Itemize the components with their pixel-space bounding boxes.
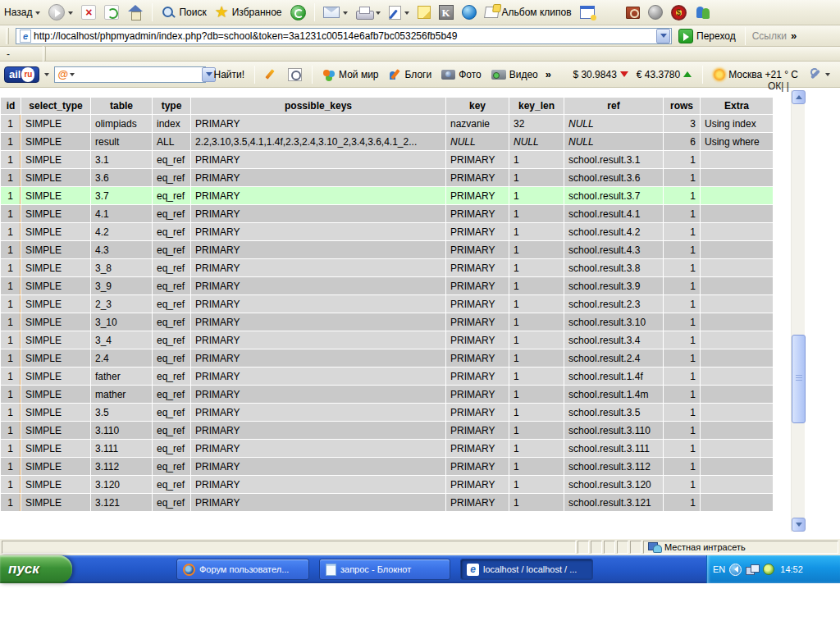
mail-dropdown-icon[interactable] [343,11,348,17]
scroll-up-button[interactable] [792,90,806,104]
table-cell: eq_ref [153,313,190,331]
table-cell: PRIMARY [446,422,509,439]
start-button[interactable]: пуск [0,555,72,583]
table-row[interactable]: 1SIMPLE3_10eq_refPRIMARYPRIMARY1school.r… [1,313,773,331]
table-cell: 1 [509,277,564,294]
table-row[interactable]: 1SIMPLE3.110eq_refPRIMARYPRIMARY1school.… [1,422,773,439]
mail-button[interactable] [321,5,350,20]
mailru-search-field[interactable]: @ [54,66,206,83]
preview-button[interactable] [285,66,304,83]
table-row[interactable]: 1SIMPLEolimpiadsindexPRIMARYnazvanie32NU… [1,115,773,132]
table-row[interactable]: 1SIMPLE2_3eq_refPRIMARYPRIMARY1school.re… [1,295,773,313]
weather-widget[interactable]: Москва +21 ° C [714,69,798,80]
sphere-gray-button[interactable] [646,3,665,21]
settings-dropdown-icon[interactable] [825,73,830,79]
table-row[interactable]: 1SIMPLE3.6eq_refPRIMARYPRIMARY1school.re… [1,169,773,186]
messenger-button[interactable] [692,3,714,21]
eur-rate[interactable]: € 43.3780 [637,67,692,81]
table-row[interactable]: 1SIMPLE3.112eq_refPRIMARYPRIMARY1school.… [1,458,773,475]
money-button[interactable]: $ [669,3,689,22]
capture-button[interactable] [578,4,597,21]
home-button[interactable] [125,3,146,21]
task-button-firefox[interactable]: Форум пользовател... [176,559,309,580]
table-row[interactable]: 1SIMPLE3_8eq_refPRIMARYPRIMARY1school.re… [1,259,773,276]
highlight-button[interactable] [262,66,281,83]
forward-dropdown-icon[interactable] [68,11,73,17]
table-row[interactable]: 1SIMPLE3.1eq_refPRIMARYPRIMARY1school.re… [1,151,773,168]
network-icon[interactable] [746,564,759,575]
links-overflow-chevron[interactable]: » [791,30,797,42]
go-button[interactable]: Переход [676,27,738,45]
table-row[interactable]: 1SIMPLE3.111eq_refPRIMARYPRIMARY1school.… [1,440,773,457]
column-header-type: type [153,98,190,114]
video-button[interactable]: Видео [489,67,541,82]
back-button[interactable]: Назад [2,5,43,20]
scrollbar-thumb[interactable] [792,335,806,423]
table-cell [701,169,773,186]
edit-button[interactable] [386,4,412,21]
mailru-logo[interactable]: ail ru [4,66,39,83]
refresh-button[interactable] [102,3,121,21]
address-input[interactable] [34,30,656,42]
table-row[interactable]: 1SIMPLE4.1eq_refPRIMARYPRIMARY1school.re… [1,205,773,222]
table-row[interactable]: 1SIMPLEfathereq_refPRIMARYPRIMARY1school… [1,368,773,385]
table-cell: eq_ref [153,494,190,511]
table-row[interactable]: 1SIMPLEmathereq_refPRIMARYPRIMARY1school… [1,386,773,403]
clips-album-button[interactable]: Альбом клипов [482,5,574,20]
table-cell: Using index [701,115,773,132]
blogs-button[interactable]: Блоги [386,66,435,83]
mailru-overflow-chevron[interactable]: » [546,68,551,80]
table-row[interactable]: 1SIMPLE3_4eq_refPRIMARYPRIMARY1school.re… [1,331,773,349]
back-dropdown-icon[interactable] [35,11,40,17]
table-cell: 2.4 [91,349,152,367]
table-row[interactable]: 1SIMPLE3.5eq_refPRIMARYPRIMARY1school.re… [1,404,773,421]
table-row[interactable]: 1SIMPLE3.7eq_refPRIMARYPRIMARY1school.re… [1,187,773,204]
table-row[interactable]: 1SIMPLE3.120eq_refPRIMARYPRIMARY1school.… [1,476,773,493]
table-cell: 3.121 [91,494,152,511]
table-cell: 1 [1,133,21,150]
table-row[interactable]: 1SIMPLE3.121eq_refPRIMARYPRIMARY1school.… [1,494,773,511]
find-button[interactable]: Найти! [211,67,247,82]
toolbar-grip[interactable] [6,28,9,44]
vertical-scrollbar[interactable] [791,90,805,532]
photo-button[interactable]: Фото [439,67,484,82]
history-button[interactable] [288,3,308,22]
task-button-internet-explorer[interactable]: e localhost / localhost / ... [460,559,593,580]
print-dropdown-icon[interactable] [376,11,381,17]
favorites-button[interactable]: ★ Избранное [212,3,285,21]
links-label[interactable]: Ссылки [752,30,787,42]
mailru-settings-button[interactable] [806,66,833,83]
table-row[interactable]: 1SIMPLE4.2eq_refPRIMARYPRIMARY1school.re… [1,223,773,240]
notes-button[interactable] [415,4,433,21]
table-cell [701,368,773,385]
clock[interactable]: 14:52 [780,564,803,574]
antivirus-button[interactable]: K [436,3,456,21]
forward-button[interactable] [46,2,75,22]
antivirus-tray-icon[interactable] [763,564,774,575]
mailru-search-input[interactable] [75,69,202,80]
table-row[interactable]: 1SIMPLEresultALL2.2,3.10,3.5,4.1,1.4f,2.… [1,133,773,150]
toolbar-grip[interactable] [43,46,46,62]
table-row[interactable]: 1SIMPLE4.3eq_refPRIMARYPRIMARY1school.re… [1,241,773,258]
address-dropdown-button[interactable] [656,29,670,43]
my-world-button[interactable]: Мой мир [320,66,381,83]
table-row[interactable]: 1SIMPLE2.4eq_refPRIMARYPRIMARY1school.re… [1,349,773,367]
print-button[interactable] [354,5,383,21]
table-row[interactable]: 1SIMPLE3_9eq_refPRIMARYPRIMARY1school.re… [1,277,773,294]
scroll-down-button[interactable] [792,518,806,532]
stop-button[interactable]: × [79,3,98,21]
dictionary-button[interactable] [623,5,642,21]
table-cell: 4.2 [91,223,152,240]
table-cell: 6 [664,133,700,150]
search-button[interactable]: Поиск [158,3,208,21]
address-field[interactable]: e [16,28,672,44]
table-cell: school.result.3.5 [564,404,663,421]
task-button-notepad[interactable]: запрос - Блокнот [319,559,450,580]
edit-dropdown-icon[interactable] [404,11,409,17]
mailru-logo-dropdown-icon[interactable] [44,73,49,79]
language-indicator[interactable]: EN [713,564,725,574]
table-cell: school.result.3.120 [564,476,663,493]
sphere-button[interactable] [459,3,479,21]
usd-rate[interactable]: $ 30.9843 [573,67,628,81]
tray-hide-icon[interactable] [729,564,742,576]
